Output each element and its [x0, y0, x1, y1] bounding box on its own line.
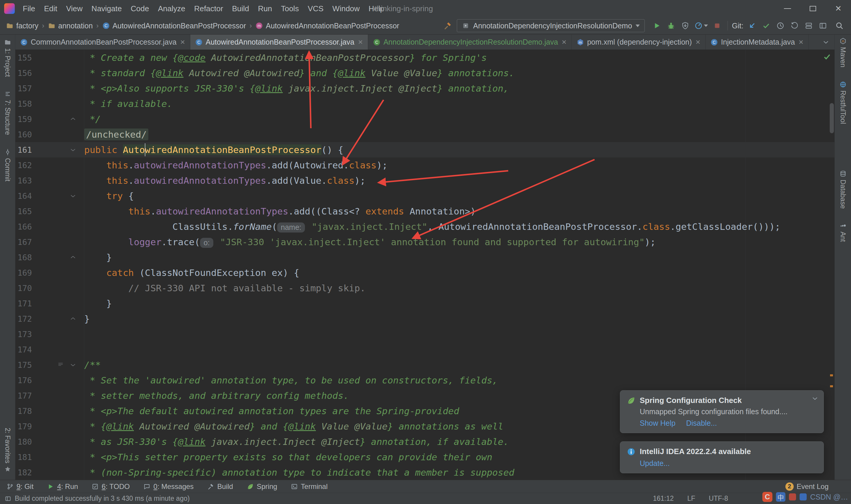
line-number[interactable]: 164: [15, 192, 32, 201]
tool-stripe-7-structure[interactable]: 7: Structure: [3, 90, 12, 135]
line-number[interactable]: 170: [15, 284, 32, 293]
code-line-165[interactable]: 165 this.autowiredAnnotationTypes.add((C…: [15, 203, 834, 219]
layout-button[interactable]: [817, 19, 829, 32]
line-number[interactable]: 162: [15, 161, 32, 170]
toolwindow-button-todo[interactable]: 6: TODO: [92, 482, 130, 491]
menu-analyze[interactable]: Analyze: [153, 0, 190, 17]
line-number[interactable]: 156: [15, 69, 32, 78]
code-line-171[interactable]: 171 }: [15, 296, 834, 311]
maximize-button[interactable]: [800, 0, 826, 17]
editor-tab[interactable]: CAutowiredAnnotationBeanPostProcessor.ja…: [190, 35, 368, 50]
update-button[interactable]: [746, 19, 758, 32]
menu-build[interactable]: Build: [228, 0, 254, 17]
code-line-170[interactable]: 170 // JSR-330 API not available - simpl…: [15, 281, 834, 296]
line-number[interactable]: 173: [15, 330, 32, 339]
line-number[interactable]: 176: [15, 376, 32, 385]
line-number[interactable]: 182: [15, 468, 32, 477]
profiler-button[interactable]: [693, 19, 709, 32]
doc-render-toggle-icon[interactable]: [57, 362, 64, 368]
line-separator-widget[interactable]: LF: [687, 494, 695, 503]
line-number[interactable]: 180: [15, 437, 32, 446]
minimize-button[interactable]: [775, 0, 800, 17]
toolwindow-button-messages[interactable]: 0: Messages: [143, 482, 194, 491]
line-number[interactable]: 166: [15, 222, 32, 231]
code-line-173[interactable]: 173: [15, 326, 834, 342]
line-number[interactable]: 158: [15, 99, 32, 108]
menu-edit[interactable]: Edit: [40, 0, 62, 17]
breadcrumb-item[interactable]: factory: [5, 22, 39, 30]
menu-run[interactable]: Run: [254, 0, 276, 17]
toolwindow-button-run[interactable]: 4: Run: [47, 482, 78, 491]
tool-stripe-database[interactable]: Database: [839, 170, 847, 209]
event-log-button[interactable]: 2 Event Log: [785, 482, 829, 491]
code-line-163[interactable]: 163 this.autowiredAnnotationTypes.add(Va…: [15, 173, 834, 188]
editor-tab[interactable]: CAnnotationDependencyInjectionResolution…: [368, 35, 572, 50]
code-line-175[interactable]: 175/**: [15, 357, 834, 373]
line-number[interactable]: 168: [15, 253, 32, 262]
collapse-notification-icon[interactable]: [811, 395, 819, 402]
line-number[interactable]: 161: [15, 145, 32, 155]
tool-stripe-maven[interactable]: mMaven: [839, 37, 847, 67]
tool-stripe-commit[interactable]: Commit: [3, 149, 12, 181]
menu-refactor[interactable]: Refactor: [190, 0, 228, 17]
notification-link[interactable]: Update...: [640, 459, 670, 468]
code-line-162[interactable]: 162 this.autowiredAnnotationTypes.add(Au…: [15, 158, 834, 173]
code-line-164[interactable]: 164 try {: [15, 188, 834, 203]
fold-marker-icon[interactable]: [70, 362, 76, 368]
line-number[interactable]: 172: [15, 314, 32, 324]
notification-link[interactable]: Disable...: [686, 419, 717, 428]
line-number[interactable]: 175: [15, 360, 32, 370]
breadcrumb-item[interactable]: CAutowiredAnnotationBeanPostProcessor: [102, 22, 247, 30]
code-line-157[interactable]: 157 * <p>Also supports JSR-330's {@link …: [15, 80, 834, 96]
line-number[interactable]: 155: [15, 53, 32, 62]
notification-link[interactable]: Show Help: [640, 419, 675, 428]
fold-marker-icon[interactable]: [70, 116, 76, 122]
code-editor[interactable]: 155 * Create a new {@code AutowiredAnnot…: [15, 50, 834, 480]
line-number[interactable]: 179: [15, 422, 32, 431]
hidden-tabs-button[interactable]: [817, 35, 834, 50]
run-configuration-select[interactable]: AnnotationDependencyInjectionResolutionD…: [457, 19, 645, 32]
inspections-status-icon[interactable]: [822, 52, 832, 61]
fold-marker-icon[interactable]: [70, 316, 76, 322]
line-number[interactable]: 165: [15, 207, 32, 216]
close-tab-icon[interactable]: ✕: [695, 39, 701, 46]
tool-stripe-ant[interactable]: Ant: [839, 222, 847, 242]
rollback-button[interactable]: [789, 19, 801, 32]
editor-tab[interactable]: CCommonAnnotationBeanPostProcessor.java✕: [15, 35, 190, 50]
line-number[interactable]: 169: [15, 268, 32, 277]
error-stripe-mark[interactable]: [830, 374, 833, 376]
fold-marker-icon[interactable]: [70, 146, 76, 153]
breadcrumb-item[interactable]: annotation: [47, 22, 93, 30]
search-everywhere-button[interactable]: [833, 19, 846, 32]
menu-tools[interactable]: Tools: [276, 0, 304, 17]
line-number[interactable]: 171: [15, 299, 32, 308]
fold-marker-icon[interactable]: [70, 193, 76, 199]
debug-button[interactable]: [665, 19, 677, 32]
code-line-158[interactable]: 158 * if available.: [15, 96, 834, 111]
toolwindow-button-terminal[interactable]: Terminal: [291, 482, 328, 491]
code-line-176[interactable]: 176 * Set the 'autowired' annotation typ…: [15, 373, 834, 388]
line-number[interactable]: 159: [15, 115, 32, 124]
code-line-172[interactable]: 172}: [15, 311, 834, 326]
line-number[interactable]: 160: [15, 130, 32, 139]
close-tab-icon[interactable]: ✕: [180, 39, 185, 46]
code-line-159[interactable]: 159 */: [15, 111, 834, 127]
editor-tab[interactable]: CInjectionMetadata.java✕: [706, 35, 809, 50]
line-number[interactable]: 167: [15, 237, 32, 247]
history-button[interactable]: [774, 19, 786, 32]
toolwindow-button-git[interactable]: 9: Git: [6, 482, 33, 491]
code-line-166[interactable]: 166 ClassUtils.forName(name: "javax.inje…: [15, 219, 834, 234]
line-number[interactable]: 177: [15, 391, 32, 400]
menu-vcs[interactable]: VCS: [303, 0, 328, 17]
menu-view[interactable]: View: [62, 0, 87, 17]
tool-stripe-restfultool[interactable]: RestfulTool: [839, 81, 847, 124]
coverage-button[interactable]: [679, 19, 691, 32]
toolwindow-button-build[interactable]: Build: [207, 482, 233, 491]
menu-code[interactable]: Code: [126, 0, 153, 17]
commit-button[interactable]: [760, 19, 773, 32]
code-line-167[interactable]: 167 logger.trace(o: "JSR-330 'javax.inje…: [15, 234, 834, 250]
code-line-155[interactable]: 155 * Create a new {@code AutowiredAnnot…: [15, 50, 834, 65]
line-number[interactable]: 178: [15, 407, 32, 416]
close-button[interactable]: ✕: [826, 0, 851, 17]
breadcrumb-item[interactable]: mAutowiredAnnotationBeanPostProcessor: [255, 22, 400, 30]
